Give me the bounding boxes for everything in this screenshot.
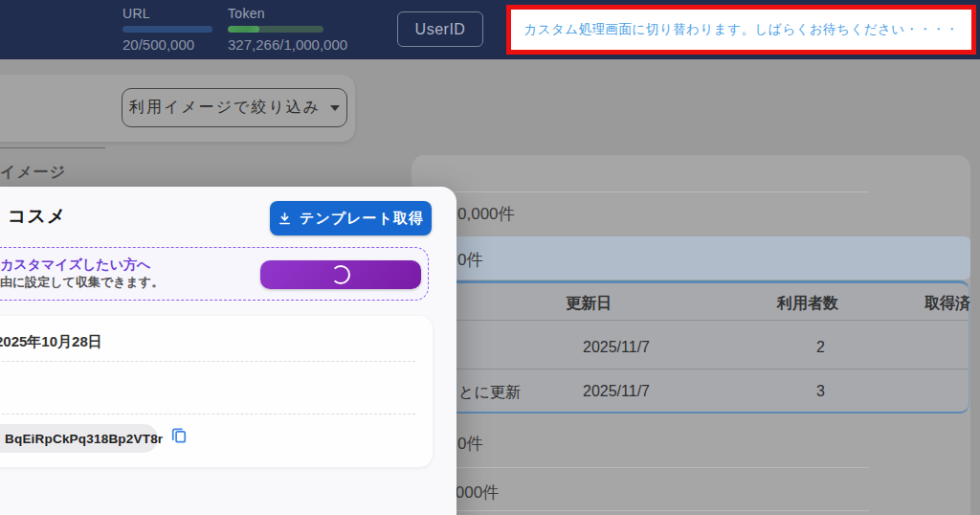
loading-button[interactable] bbox=[260, 260, 421, 289]
customize-link[interactable]: カスタマイズしたい方へ bbox=[0, 257, 150, 274]
filter-button-label: 利用イメージで絞り込み bbox=[129, 98, 321, 118]
row-users-cell: 2 bbox=[816, 339, 825, 356]
row-updated-cell: 2025/11/7 bbox=[583, 383, 650, 400]
selected-row-highlight[interactable]: 0件 bbox=[412, 236, 970, 280]
card-title: コスメ bbox=[8, 204, 66, 229]
column-header-image: イメージ bbox=[0, 163, 66, 183]
list-item-count-bottom-2: ,000件 bbox=[451, 481, 499, 504]
app-screen: URL 20/500,000 Token 327,266/1,000,000 U… bbox=[0, 0, 980, 515]
table-divider bbox=[449, 369, 969, 369]
row-users-cell: 3 bbox=[816, 383, 825, 400]
top-navbar: URL 20/500,000 Token 327,266/1,000,000 U… bbox=[0, 0, 980, 59]
dashed-divider bbox=[0, 361, 415, 362]
chevron-down-icon bbox=[330, 105, 340, 111]
token-meter-label: Token bbox=[228, 6, 371, 21]
list-item-count-bottom-1: 0件 bbox=[457, 433, 482, 455]
max-data-panel: 0,000件 0件 更新日 利用者数 取得済 2025/11/7 2 とに更新 … bbox=[412, 155, 970, 515]
table-header-users: 利用者数 bbox=[777, 294, 838, 314]
customize-note: 由に設定して収集できます。 bbox=[0, 274, 164, 291]
url-usage-meter: URL 20/500,000 bbox=[122, 6, 214, 53]
table-divider bbox=[449, 320, 969, 321]
filter-by-usage-button[interactable]: 利用イメージで絞り込み bbox=[122, 88, 347, 127]
get-template-label: テンプレート取得 bbox=[300, 210, 424, 228]
table-header-updated: 更新日 bbox=[566, 294, 612, 314]
list-item-count-top: 0,000件 bbox=[457, 203, 515, 225]
search-input[interactable] bbox=[0, 127, 105, 148]
row-divider bbox=[421, 510, 869, 511]
token-badge-value: BqEiRpCkPq318Bp2VT8r bbox=[5, 432, 163, 446]
url-meter-label: URL bbox=[122, 6, 214, 21]
cosme-detail-card: コスメ テンプレート取得 カスタマイズしたい方へ 由に設定して収集できます。 2… bbox=[0, 187, 457, 515]
token-meter-bar bbox=[228, 26, 323, 33]
download-icon bbox=[278, 212, 292, 226]
dashed-divider bbox=[0, 414, 415, 414]
switching-alert-banner: カスタム処理画面に切り替わります。しばらくお待ちください・・・・ bbox=[506, 5, 976, 55]
row-updated-cell: 2025/11/7 bbox=[583, 339, 650, 356]
copy-button[interactable] bbox=[168, 426, 189, 447]
table-header-acquired: 取得済 bbox=[924, 294, 970, 314]
detail-inner-card: 2025年10月28日 BqEiRpCkPq318Bp2VT8r bbox=[0, 316, 433, 467]
row-divider bbox=[421, 467, 869, 468]
url-meter-bar bbox=[122, 26, 212, 33]
userid-button[interactable]: UserID bbox=[397, 11, 483, 47]
get-template-button[interactable]: テンプレート取得 bbox=[270, 201, 432, 235]
spinner-icon bbox=[331, 265, 350, 284]
switching-alert-text: カスタム処理画面に切り替わります。しばらくお待ちください・・・・ bbox=[523, 21, 958, 38]
created-date: 2025年10月28日 bbox=[0, 333, 102, 351]
url-meter-value: 20/500,000 bbox=[122, 36, 214, 53]
row-name-cell: とに更新 bbox=[458, 383, 521, 403]
row-divider bbox=[421, 191, 869, 192]
usage-table: 更新日 利用者数 取得済 2025/11/7 2 とに更新 2025/11/7 … bbox=[448, 280, 969, 414]
list-item-count-highlighted: 0件 bbox=[457, 249, 482, 271]
token-meter-value: 327,266/1,000,000 bbox=[228, 36, 371, 53]
token-badge: BqEiRpCkPq318Bp2VT8r bbox=[0, 424, 158, 453]
token-usage-meter: Token 327,266/1,000,000 bbox=[228, 6, 371, 53]
copy-icon bbox=[169, 426, 189, 445]
